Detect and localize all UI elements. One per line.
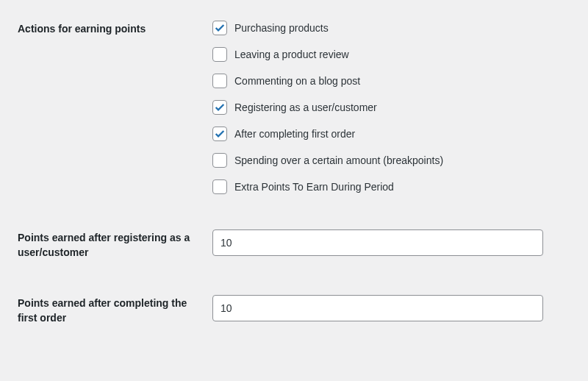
checkbox-label: Leaving a product review — [234, 48, 349, 61]
checkbox-purchasing-products[interactable] — [212, 21, 227, 35]
checkbox-first-order[interactable] — [212, 127, 227, 141]
checkbox-extra-period[interactable] — [212, 179, 227, 194]
checkbox-commenting-blog[interactable] — [212, 74, 227, 88]
checkbox-item-comment: Commenting on a blog post — [212, 74, 570, 88]
checkbox-breakpoints[interactable] — [212, 153, 227, 168]
check-icon — [214, 128, 226, 140]
checkbox-item-purchasing: Purchasing products — [212, 21, 570, 35]
check-icon — [214, 22, 226, 34]
points-first-order-label: Points earned after completing the first… — [18, 296, 198, 325]
actions-control-column: Purchasing products Leaving a product re… — [212, 21, 570, 194]
checkbox-label: Purchasing products — [234, 21, 329, 35]
points-first-order-row: Points earned after completing the first… — [18, 295, 570, 325]
check-icon — [214, 102, 226, 113]
points-first-order-input[interactable] — [212, 295, 543, 321]
checkbox-item-breakpoints: Spending over a certain amount (breakpoi… — [212, 153, 570, 168]
checkbox-leaving-review[interactable] — [212, 47, 227, 62]
actions-label: Actions for earning points — [18, 22, 198, 37]
points-register-input[interactable] — [212, 229, 543, 256]
control-column — [212, 229, 570, 260]
checkbox-registering-user[interactable] — [212, 100, 227, 115]
points-register-row: Points earned after registering as a use… — [18, 229, 570, 260]
checkbox-label: Commenting on a blog post — [234, 74, 360, 88]
checkbox-label: Registering as a user/customer — [234, 101, 377, 114]
checkbox-label: Extra Points To Earn During Period — [234, 180, 394, 193]
checkbox-item-register: Registering as a user/customer — [212, 100, 570, 115]
label-column: Points earned after registering as a use… — [18, 229, 212, 260]
checkbox-item-extra-period: Extra Points To Earn During Period — [212, 179, 570, 194]
actions-for-earning-points-row: Actions for earning points Purchasing pr… — [18, 21, 570, 194]
checkbox-label: Spending over a certain amount (breakpoi… — [234, 154, 443, 167]
checkbox-label: After completing first order — [234, 127, 355, 140]
points-register-label: Points earned after registering as a use… — [18, 231, 198, 260]
label-column: Actions for earning points — [18, 21, 212, 194]
checkbox-item-first-order: After completing first order — [212, 127, 570, 141]
label-column: Points earned after completing the first… — [18, 295, 212, 325]
checkbox-item-review: Leaving a product review — [212, 47, 570, 62]
control-column — [212, 295, 570, 325]
